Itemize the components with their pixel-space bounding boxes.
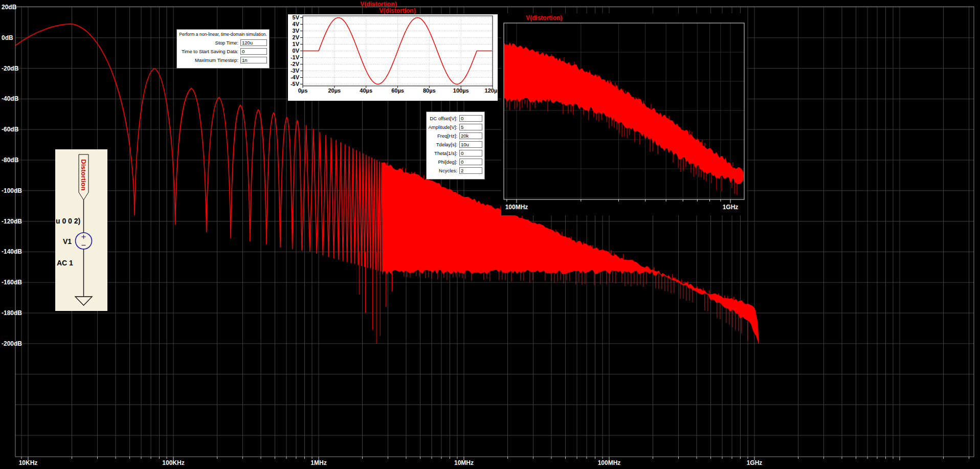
ground-symbol[interactable] (75, 297, 92, 305)
time-start-saving-row: Time to Start Saving Data: 0 (177, 48, 267, 55)
theta-input[interactable]: 0 (459, 150, 482, 157)
main-y-tick-label: -40dB (2, 95, 19, 102)
time-y-tick-label: 2V (293, 34, 300, 40)
transient-description: Perform a non-linear, time-domain simula… (177, 30, 269, 37)
amplitude-label: Amplitude[V]: (429, 124, 458, 130)
stop-time-row: Stop Time: 120u (177, 39, 267, 46)
spice-ac-spec: AC 1 (57, 259, 73, 267)
main-plot-title: V(distortion) (338, 1, 419, 8)
tdelay-row: Tdelay[s]: 10u (427, 141, 482, 148)
max-timestep-input[interactable]: 1n (240, 57, 267, 63)
main-y-tick-label: 0dB (2, 34, 13, 41)
phi-row: Phi[deg]: 0 (427, 159, 482, 165)
time-y-tick-label: -3V (291, 68, 300, 74)
stop-time-label: Stop Time: (215, 40, 238, 46)
main-y-tick-label: -60dB (2, 126, 19, 133)
main-y-tick-label: -80dB (2, 157, 19, 164)
main-x-tick-label: 10MHz (454, 459, 474, 466)
dc-offset-row: DC offset[V]: 0 (427, 115, 482, 122)
dc-offset-input[interactable]: 0 (459, 115, 482, 122)
main-y-tick-label: -160dB (2, 279, 22, 286)
main-y-tick-label: -140dB (2, 248, 22, 255)
spice-directive-partial: u 0 0 2) (56, 217, 80, 225)
main-y-tick-label: -180dB (2, 309, 22, 317)
main-x-tick-label: 100MHz (598, 459, 621, 466)
tdelay-input[interactable]: 10u (459, 141, 482, 148)
phi-label: Phi[deg]: (438, 159, 458, 165)
dc-offset-label: DC offset[V]: (430, 116, 457, 121)
time-inset-title: V(distortion) (358, 7, 437, 14)
main-x-tick-label: 1GHz (747, 459, 763, 466)
time-y-tick-label: -4V (291, 74, 300, 80)
main-y-tick-label: 20dB (2, 4, 17, 11)
theta-label: Theta[1/s]: (434, 150, 457, 156)
ncycles-label: Ncycles: (439, 168, 457, 173)
time-y-tick-label: 1V (293, 41, 300, 47)
amplitude-row: Amplitude[V]: 5 (427, 124, 482, 130)
time-y-tick-label: 5V (293, 14, 300, 20)
time-y-tick-label: 0V (293, 48, 300, 54)
time-x-tick-label: 60µs (391, 87, 404, 94)
time-x-tick-label: 0µs (298, 87, 308, 94)
stop-time-input[interactable]: 120u (240, 39, 267, 46)
fft-zoom-inset: 100MHz1GHz (501, 13, 747, 215)
freq-input[interactable]: 20k (459, 132, 482, 139)
time-domain-inset: 5V4V3V2V1V0V-1V-2V-3V-4V-5V0µs20µs40µs60… (288, 8, 498, 102)
main-x-tick-label: 10KHz (19, 459, 38, 466)
freq-label: Freq[Hz]: (437, 133, 457, 139)
transient-dialog: Perform a non-linear, time-domain simula… (176, 29, 270, 69)
main-y-tick-label: -20dB (2, 65, 19, 72)
time-start-saving-input[interactable]: 0 (240, 48, 267, 55)
time-x-tick-label: 100µs (453, 87, 469, 94)
refdes-v1[interactable]: V1 (63, 237, 72, 245)
time-y-tick-label: -1V (291, 54, 300, 60)
main-x-tick-label: 100KHz (162, 459, 184, 466)
time-y-tick-label: 4V (293, 21, 300, 27)
freq-row: Freq[Hz]: 20k (427, 132, 482, 139)
time-y-tick-label: 3V (293, 28, 300, 34)
time-y-tick-label: -5V (291, 81, 300, 87)
main-x-tick-label: 1MHz (310, 459, 326, 466)
time-y-tick-label: -2V (291, 61, 300, 67)
zoom-inset-title: V(distortion) (526, 14, 582, 21)
sine-params-dialog: DC offset[V]: 0 Amplitude[V]: 5 Freq[Hz]… (426, 111, 485, 180)
time-start-saving-label: Time to Start Saving Data: (182, 49, 238, 54)
main-y-tick-label: -100dB (2, 187, 22, 194)
schematic-fragment: Distortion u 0 0 2) V1 AC 1 (55, 149, 107, 311)
max-timestep-label: Maximum Timestep: (195, 57, 238, 63)
time-x-tick-label: 120µs (485, 87, 498, 94)
main-y-tick-label: -120dB (2, 218, 22, 225)
ncycles-row: Ncycles: 2 (427, 167, 482, 174)
max-timestep-row: Maximum Timestep: 1n (177, 57, 267, 63)
time-x-tick-label: 80µs (423, 87, 436, 94)
phi-input[interactable]: 0 (459, 159, 482, 165)
tdelay-label: Tdelay[s]: (436, 142, 457, 147)
net-label-distortion[interactable]: Distortion (80, 159, 87, 190)
time-x-tick-label: 20µs (328, 87, 341, 94)
zoom-x-tick-label: 1GHz (723, 204, 739, 211)
ltspice-workspace: 20dB0dB-20dB-40dB-60dB-80dB-100dB-120dB-… (0, 0, 980, 469)
ncycles-input[interactable]: 2 (459, 167, 482, 174)
zoom-x-tick-label: 100MHz (505, 204, 528, 211)
time-x-tick-label: 40µs (360, 87, 372, 94)
amplitude-input[interactable]: 5 (459, 124, 482, 130)
main-y-tick-label: -200dB (2, 340, 22, 347)
theta-row: Theta[1/s]: 0 (427, 150, 482, 157)
